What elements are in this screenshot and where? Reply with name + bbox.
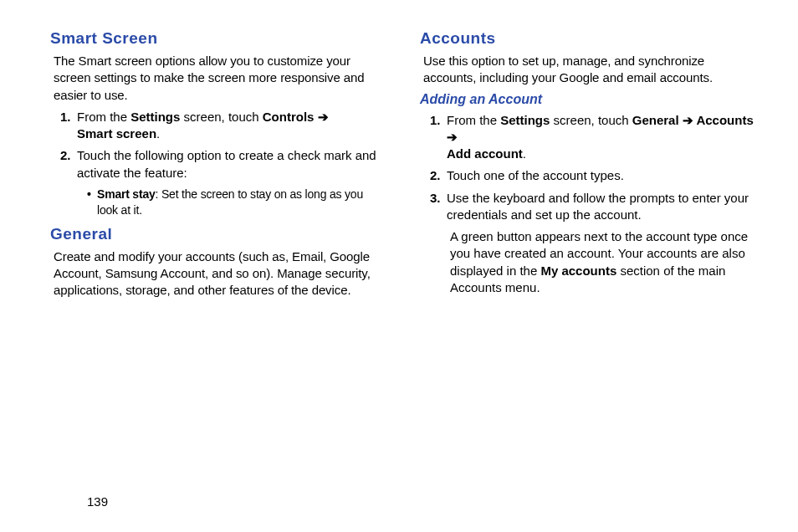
text-bold: General: [632, 113, 683, 127]
text-fragment: From the: [77, 110, 130, 124]
heading-general: General: [50, 225, 386, 243]
list-item: 3. Use the keyboard and follow the promp…: [423, 190, 756, 224]
heading-smart-screen: Smart Screen: [50, 29, 386, 48]
heading-accounts: Accounts: [420, 29, 756, 48]
step-text: From the Settings screen, touch General …: [447, 112, 756, 163]
text-bold: Accounts: [693, 113, 754, 127]
list-item: 2. Touch one of the account types.: [423, 167, 756, 184]
page-number: 139: [87, 494, 108, 509]
arrow-icon: ➔: [683, 113, 693, 127]
heading-adding-account: Adding an Account: [420, 92, 756, 107]
text-fragment: screen, touch: [180, 110, 262, 124]
step-number: 3.: [423, 190, 447, 224]
accounts-intro: Use this option to set up, manage, and s…: [423, 53, 756, 87]
continuation-text: A green button appears next to the accou…: [450, 228, 756, 296]
list-item: 1. From the Settings screen, touch Gener…: [423, 112, 756, 163]
text-fragment: screen, touch: [550, 113, 632, 127]
text-bold: Controls: [263, 110, 318, 124]
text-bold: Smart stay: [97, 187, 156, 201]
text-bold: Smart screen: [77, 126, 156, 141]
right-column: Accounts Use this option to set up, mana…: [420, 29, 756, 304]
step-text: From the Settings screen, touch Controls…: [77, 109, 386, 143]
smart-screen-intro: The Smart screen options allow you to cu…: [54, 53, 386, 104]
list-item: 1. From the Settings screen, touch Contr…: [54, 109, 386, 143]
bullet-text: Smart stay: Set the screen to stay on as…: [97, 187, 386, 218]
bullet-item: • Smart stay: Set the screen to stay on …: [87, 187, 386, 218]
arrow-icon: ➔: [447, 130, 458, 144]
left-column: Smart Screen The Smart screen options al…: [50, 29, 386, 304]
smart-screen-steps: 1. From the Settings screen, touch Contr…: [54, 109, 386, 182]
general-intro: Create and modify your accounts (such as…: [54, 248, 386, 299]
adding-account-steps: 1. From the Settings screen, touch Gener…: [423, 112, 756, 224]
step-number: 2.: [54, 147, 77, 182]
text-fragment: From the: [447, 113, 500, 127]
step-number: 1.: [423, 112, 447, 163]
step-text: Use the keyboard and follow the prompts …: [447, 190, 756, 224]
text-fragment: .: [523, 146, 526, 161]
step-text: Touch one of the account types.: [447, 167, 756, 184]
text-fragment: .: [156, 126, 160, 141]
text-bold: My accounts: [540, 263, 616, 278]
text-bold: Settings: [130, 110, 180, 124]
step-text: Touch the following option to create a c…: [77, 147, 386, 182]
arrow-icon: ➔: [318, 110, 329, 124]
step-number: 2.: [423, 167, 447, 184]
text-bold: Add account: [447, 146, 523, 161]
bullet-icon: •: [87, 187, 97, 218]
list-item: 2. Touch the following option to create …: [54, 147, 386, 182]
step-number: 1.: [54, 109, 77, 143]
page-columns: Smart Screen The Smart screen options al…: [50, 29, 756, 304]
text-bold: Settings: [500, 113, 550, 127]
